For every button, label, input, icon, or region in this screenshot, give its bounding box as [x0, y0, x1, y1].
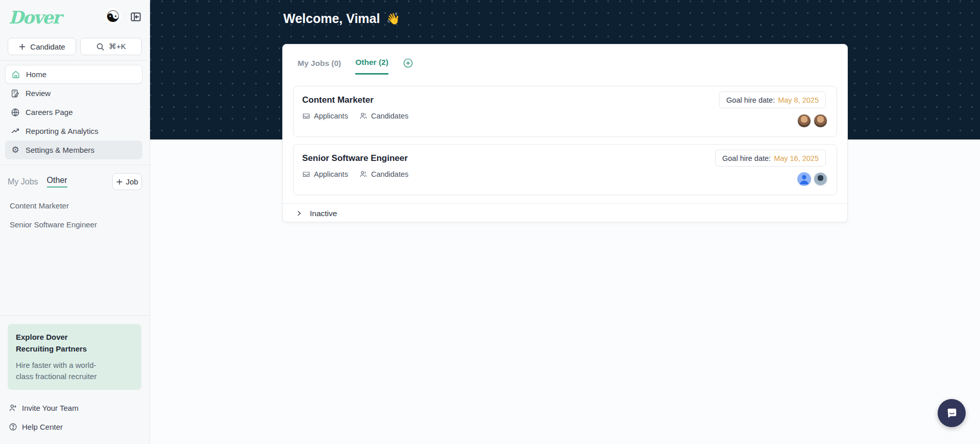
- job-card-content-marketer[interactable]: Content Marketer Applicants Candidates G…: [293, 86, 837, 137]
- sidebar-item-home[interactable]: Home: [5, 65, 142, 84]
- sidebar-item-review[interactable]: Review: [5, 84, 142, 103]
- candidates-label: Candidates: [371, 112, 408, 120]
- goal-hire-date-label: Goal hire date:: [722, 154, 771, 162]
- user-avatar[interactable]: ☯: [105, 8, 121, 25]
- chevron-right-icon: [296, 210, 302, 217]
- help-center-label: Help Center: [22, 423, 63, 431]
- inactive-section-toggle[interactable]: Inactive: [283, 203, 847, 223]
- divider: [0, 165, 150, 165]
- job-card-senior-software-engineer[interactable]: Senior Software Engineer Applicants Cand…: [293, 144, 837, 195]
- sidebar-actions: Candidate ⌘+K: [8, 38, 142, 55]
- add-tab-icon[interactable]: [403, 58, 413, 68]
- goal-hire-date-value: May 16, 2025: [774, 154, 819, 162]
- plus-icon: [116, 178, 123, 185]
- inbox-icon: [302, 170, 310, 178]
- help-center-link[interactable]: Help Center: [9, 423, 63, 431]
- search-icon: [96, 42, 105, 51]
- goal-hire-date-badge: Goal hire date: May 16, 2025: [715, 150, 826, 167]
- applicants-link[interactable]: Applicants: [302, 112, 348, 120]
- applicants-link[interactable]: Applicants: [302, 170, 348, 178]
- gear-icon: ⚙: [11, 146, 20, 155]
- generic-user-avatar[interactable]: [797, 172, 811, 186]
- collapse-sidebar-icon[interactable]: [129, 10, 142, 24]
- job-title[interactable]: Senior Software Engineer: [302, 153, 408, 163]
- sidebar-item-label: Home: [26, 70, 46, 79]
- recruiting-partners-promo-card[interactable]: Explore Dover Recruiting Partners Hire f…: [8, 324, 141, 390]
- sidebar-item-label: Careers Page: [26, 108, 73, 116]
- invite-your-team-link[interactable]: Invite Your Team: [9, 404, 79, 412]
- tab-my-jobs[interactable]: My Jobs (0): [298, 59, 341, 74]
- hiring-team-avatars: [797, 172, 827, 186]
- sidebar-item-label: Settings & Members: [26, 146, 94, 154]
- page-title: Welcome, Vimal 👋: [283, 11, 400, 26]
- search-shortcut-label: ⌘+K: [109, 42, 126, 51]
- sidebar-jobs-header: My Jobs Other Job: [8, 173, 142, 190]
- search-button[interactable]: ⌘+K: [80, 38, 142, 55]
- wave-emoji: 👋: [386, 12, 400, 26]
- candidates-link[interactable]: Candidates: [359, 112, 408, 120]
- sidebar-item-reporting-analytics[interactable]: Reporting & Analytics: [5, 122, 142, 141]
- divider: [0, 315, 150, 316]
- plus-icon: [18, 43, 26, 51]
- goal-hire-date-badge: Goal hire date: May 8, 2025: [719, 91, 826, 108]
- sidebar-item-label: Reporting & Analytics: [26, 127, 99, 135]
- sidebar-header: Dover ☯: [0, 0, 150, 37]
- add-job-button[interactable]: Job: [112, 173, 142, 190]
- job-title[interactable]: Content Marketer: [302, 95, 374, 105]
- home-icon: [11, 70, 20, 79]
- jobs-panel: My Jobs (0) Other (2) Content Marketer A…: [282, 44, 848, 222]
- add-job-label: Job: [126, 177, 138, 186]
- promo-subtitle: Hire faster with a world-class fractiona…: [16, 360, 113, 382]
- sidebar-tab-other[interactable]: Other: [47, 176, 67, 188]
- inactive-label: Inactive: [310, 209, 337, 218]
- chat-bubble-icon: [945, 407, 959, 420]
- avatar[interactable]: [814, 114, 827, 128]
- job-links: Applicants Candidates: [302, 112, 408, 120]
- question-circle-icon: [9, 423, 17, 431]
- trending-up-icon: [11, 127, 20, 136]
- users-icon: [359, 112, 368, 120]
- sidebar-nav: Home Review Careers Page Reporting & Ana…: [5, 65, 142, 159]
- applicants-label: Applicants: [314, 170, 348, 178]
- chat-widget-button[interactable]: [938, 399, 966, 427]
- sidebar-job-link-senior-software-engineer[interactable]: Senior Software Engineer: [10, 220, 97, 229]
- goal-hire-date-label: Goal hire date:: [726, 96, 775, 104]
- inbox-icon: [302, 112, 310, 120]
- welcome-text: Welcome, Vimal: [283, 11, 380, 26]
- goal-hire-date-value: May 8, 2025: [778, 96, 819, 104]
- promo-title: Explore Dover Recruiting Partners: [16, 332, 108, 355]
- sidebar-item-settings-members[interactable]: ⚙ Settings & Members: [5, 141, 142, 159]
- sidebar: Dover ☯ Candidate ⌘+K Home: [0, 0, 150, 444]
- sidebar-tab-my-jobs[interactable]: My Jobs: [8, 177, 38, 186]
- main-content: Welcome, Vimal 👋 My Jobs (0) Other (2) C…: [150, 0, 980, 444]
- sidebar-item-label: Review: [26, 89, 51, 98]
- avatar[interactable]: [797, 114, 811, 128]
- avatar[interactable]: [814, 172, 827, 186]
- sidebar-job-link-content-marketer[interactable]: Content Marketer: [10, 201, 69, 210]
- dover-logo[interactable]: Dover: [9, 7, 60, 28]
- review-icon: [11, 89, 20, 98]
- invite-your-team-label: Invite Your Team: [22, 404, 79, 412]
- jobs-tabs: My Jobs (0) Other (2): [298, 58, 413, 75]
- users-icon: [359, 170, 368, 178]
- globe-icon: [11, 108, 20, 117]
- sidebar-item-careers-page[interactable]: Careers Page: [5, 103, 142, 122]
- tab-other[interactable]: Other (2): [355, 58, 388, 75]
- job-links: Applicants Candidates: [302, 170, 408, 178]
- divider: [0, 60, 150, 61]
- applicants-label: Applicants: [314, 112, 348, 120]
- add-candidate-button[interactable]: Candidate: [8, 38, 76, 55]
- hiring-team-avatars: [797, 114, 827, 128]
- person-plus-icon: [9, 404, 17, 412]
- candidates-link[interactable]: Candidates: [359, 170, 408, 178]
- candidates-label: Candidates: [371, 170, 408, 178]
- add-candidate-label: Candidate: [30, 42, 65, 51]
